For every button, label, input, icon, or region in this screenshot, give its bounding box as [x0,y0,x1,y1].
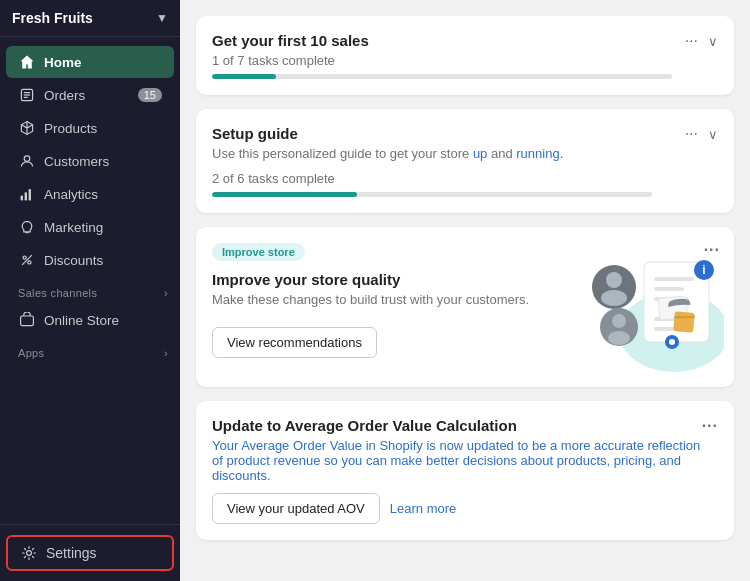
sidebar-item-products-label: Products [44,121,97,136]
sidebar-item-analytics-label: Analytics [44,187,98,202]
first-sales-header: Get your first 10 sales 1 of 7 tasks com… [212,32,718,79]
svg-point-14 [27,551,32,556]
store-selector[interactable]: Fresh Fruits ▼ [0,0,180,37]
update-aov-subtitle: Your Average Order Value in Shopify is n… [212,438,702,483]
store-selector-arrow: ▼ [156,11,168,25]
svg-point-10 [23,256,26,259]
svg-rect-8 [33,194,34,195]
sidebar-item-marketing-label: Marketing [44,220,103,235]
sidebar: Fresh Fruits ▼ Home Orders 15 Products [0,0,180,581]
first-sales-card: Get your first 10 sales 1 of 7 tasks com… [196,16,734,95]
products-icon [18,119,36,137]
svg-point-24 [601,290,627,306]
apps-chevron[interactable]: › [164,347,168,359]
svg-text:i: i [702,263,705,277]
svg-rect-6 [25,192,27,200]
sidebar-item-products[interactable]: Products [6,112,174,144]
settings-item[interactable]: Settings [6,535,174,571]
sidebar-item-discounts[interactable]: Discounts [6,244,174,276]
setup-guide-menu[interactable]: ··· ∨ [685,125,718,143]
sidebar-bottom: Settings [0,524,180,581]
update-aov-subtitle-p2: revenue so you can make better decisions… [270,453,614,468]
svg-rect-29 [673,311,695,333]
sidebar-item-home-label: Home [44,55,82,70]
setup-guide-link-up[interactable]: up [473,146,487,161]
learn-more-link[interactable]: Learn more [390,501,456,516]
home-icon [18,53,36,71]
improve-store-badge: Improve store [212,243,305,261]
customers-icon [18,152,36,170]
update-aov-title: Update to Average Order Value Calculatio… [212,417,702,434]
first-sales-menu[interactable]: ··· ∨ [685,32,718,50]
sidebar-item-analytics[interactable]: Analytics [6,178,174,210]
svg-rect-18 [654,287,684,291]
orders-badge: 15 [138,88,162,102]
settings-label: Settings [46,545,97,561]
online-store-icon [18,311,36,329]
improve-store-title: Improve your store quality [212,271,533,288]
analytics-icon [18,185,36,203]
update-aov-link-pricing[interactable]: pricing [614,453,652,468]
settings-icon [20,544,38,562]
sidebar-nav: Home Orders 15 Products Customers [0,37,180,524]
svg-rect-5 [21,196,23,201]
sidebar-item-online-store[interactable]: Online Store [6,304,174,336]
apps-label: Apps [18,347,44,359]
update-aov-menu[interactable]: ··· [702,417,718,435]
svg-rect-17 [654,277,694,281]
svg-point-11 [28,261,31,264]
first-sales-menu-dots: ··· [685,32,698,50]
apps-section: Apps › [0,337,180,363]
setup-guide-title-area: Setup guide Use this personalized guide … [212,125,652,197]
update-aov-header: Update to Average Order Value Calculatio… [212,417,718,524]
svg-rect-13 [21,316,34,326]
setup-guide-progress-wrap [212,192,652,197]
setup-guide-header: Setup guide Use this personalized guide … [212,125,718,197]
svg-rect-7 [29,189,31,200]
setup-guide-tasks-text: 2 of 6 tasks complete [212,171,652,186]
marketing-icon [18,218,36,236]
first-sales-tasks-text: 1 of 7 tasks complete [212,53,672,68]
sidebar-item-discounts-label: Discounts [44,253,103,268]
sidebar-item-online-store-label: Online Store [44,313,119,328]
sidebar-item-home[interactable]: Home [6,46,174,78]
improve-store-menu-dots: ··· [704,241,720,258]
first-sales-progress-bar [212,74,276,79]
svg-point-32 [669,339,675,345]
update-aov-link-product[interactable]: product [226,453,269,468]
sidebar-item-customers[interactable]: Customers [6,145,174,177]
setup-guide-subtitle-and: and [487,146,516,161]
sales-channels-chevron[interactable]: › [164,287,168,299]
setup-guide-link-running[interactable]: running. [516,146,563,161]
svg-point-4 [24,156,30,162]
setup-guide-chevron: ∨ [708,127,718,142]
svg-point-23 [606,272,622,288]
setup-guide-subtitle-text: Use this personalized guide to get your … [212,146,473,161]
discounts-icon [18,251,36,269]
first-sales-title: Get your first 10 sales [212,32,672,49]
improve-store-menu[interactable]: ··· [704,241,720,259]
sidebar-item-orders[interactable]: Orders 15 [6,79,174,111]
first-sales-progress-wrap [212,74,672,79]
svg-point-27 [608,331,630,345]
setup-guide-menu-dots: ··· [685,125,698,143]
update-aov-title-area: Update to Average Order Value Calculatio… [212,417,702,524]
first-sales-chevron: ∨ [708,34,718,49]
sidebar-item-customers-label: Customers [44,154,109,169]
update-aov-card: Update to Average Order Value Calculatio… [196,401,734,540]
view-aov-button[interactable]: View your updated AOV [212,493,380,524]
store-name: Fresh Fruits [12,10,93,26]
setup-guide-card: Setup guide Use this personalized guide … [196,109,734,213]
setup-guide-title: Setup guide [212,125,652,142]
sales-channels-section: Sales channels › [0,277,180,303]
improve-store-content: Improve store Improve your store quality… [212,243,533,358]
improve-store-card: Improve store Improve your store quality… [196,227,734,387]
setup-guide-progress-bar [212,192,357,197]
view-recommendations-button[interactable]: View recommendations [212,327,377,358]
orders-icon [18,86,36,104]
update-aov-actions: View your updated AOV Learn more [212,493,702,524]
improve-store-subtitle: Make these changes to build trust with y… [212,292,533,307]
sidebar-item-marketing[interactable]: Marketing [6,211,174,243]
first-sales-title-area: Get your first 10 sales 1 of 7 tasks com… [212,32,672,79]
sidebar-item-orders-label: Orders [44,88,85,103]
